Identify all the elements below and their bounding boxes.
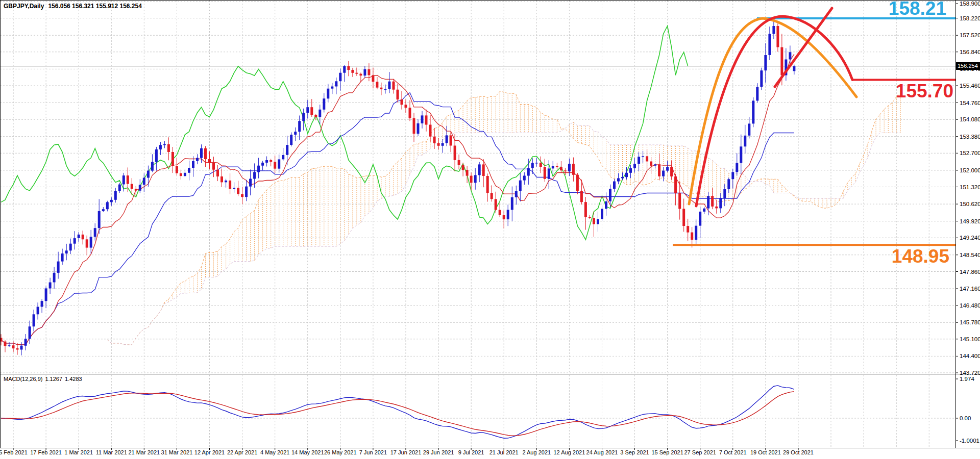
price-axis-label: 158.900 [960,1,980,7]
price-axis-label: 152.000 [960,167,980,173]
current-price-tag: 156.254 [956,62,980,70]
date-axis-label: 15 Sep 2021 [651,449,683,455]
price-axis-label: 144.400 [960,353,980,359]
date-axis-label: 19 Oct 2021 [750,449,781,455]
date-axis-label: 21 Mar 2021 [128,449,160,455]
macd-name: MACD(12,26,9) [4,376,42,382]
price-chart-canvas[interactable]: 158.900158.220157.520156.840156.140155.4… [0,0,980,459]
date-axis-label: 26 May 2021 [324,449,357,455]
date-axis-label: 21 Jul 2021 [489,449,519,455]
price-axis-label: 151.320 [960,184,980,190]
price-axis-label: 155.460 [960,83,980,89]
date-axis-label: 14 May 2021 [291,449,324,455]
price-axis-label: 152.700 [960,150,980,156]
lower-support-level-label[interactable]: 148.95 [892,247,949,266]
macd-indicator-label: MACD(12,26,9)1.12671.4283 [4,376,82,382]
macd-axis-label: 1.974 [960,376,974,382]
date-axis-label: 17 Jun 2021 [390,449,422,455]
macd-axis-label: 0.00 [960,415,971,421]
price-axis-label: 146.480 [960,302,980,309]
support-level-label[interactable]: 155.70 [896,82,953,100]
date-axis-label: 22 Apr 2021 [227,449,257,455]
date-axis-label: 5 Feb 2021 [0,449,28,455]
symbol-period-label: GBPJPY,Daily [4,3,44,10]
macd-main-value: 1.1267 [45,376,62,382]
date-axis-label: 12 Aug 2021 [554,449,585,455]
date-axis-label: 27 Sep 2021 [684,449,716,455]
resistance-level-label[interactable]: 158.21 [889,0,946,18]
date-axis-label: 7 Oct 2021 [719,449,747,455]
price-axis-label: 145.780 [960,319,980,325]
price-axis-label: 147.160 [960,286,980,292]
date-axis-label: 12 Apr 2021 [194,449,225,455]
price-axis-label: 143.720 [960,370,980,376]
date-axis-label: 29 Oct 2021 [783,449,814,455]
date-axis[interactable]: 5 Feb 202117 Feb 20211 Mar 202111 Mar 20… [0,448,814,455]
price-axis-label: 147.860 [960,269,980,275]
macd-signal-value: 1.4283 [65,376,82,382]
price-axis-label: 148.540 [960,252,980,258]
price-axis-label: 149.920 [960,218,980,224]
price-axis-label: 145.100 [960,336,980,342]
price-axis-label: 150.620 [960,201,980,207]
date-axis-label: 29 Jun 2021 [423,449,454,455]
date-axis-label: 1 Mar 2021 [64,449,93,455]
date-axis-label: 4 May 2021 [260,449,289,455]
price-axis-label: 154.760 [960,100,980,106]
price-axis-label: 154.080 [960,116,980,122]
date-axis-label: 17 Feb 2021 [30,449,62,455]
date-axis-label: 31 Mar 2021 [161,449,193,455]
date-axis-label: 3 Sep 2021 [620,449,649,455]
ohlc-values: 156.056 156.321 155.912 156.254 [48,3,142,10]
date-axis-label: 7 Jun 2021 [359,449,387,455]
price-axis-label: 158.220 [960,15,980,21]
date-axis-label: 9 Jul 2021 [458,449,484,455]
price-axis-label: 153.380 [960,134,980,140]
price-axis-label: 149.240 [960,235,980,241]
macd-axis-label: -1.0001 [960,438,979,444]
price-axis-label: 157.520 [960,32,980,38]
chart-title: GBPJPY,Daily156.056 156.321 155.912 156.… [4,3,142,10]
date-axis-label: 2 Aug 2021 [522,449,551,455]
price-axis-label: 156.840 [960,49,980,55]
date-axis-label: 24 Aug 2021 [586,449,618,455]
chart-window: 158.900158.220157.520156.840156.140155.4… [0,0,980,459]
date-axis-label: 11 Mar 2021 [96,449,127,455]
